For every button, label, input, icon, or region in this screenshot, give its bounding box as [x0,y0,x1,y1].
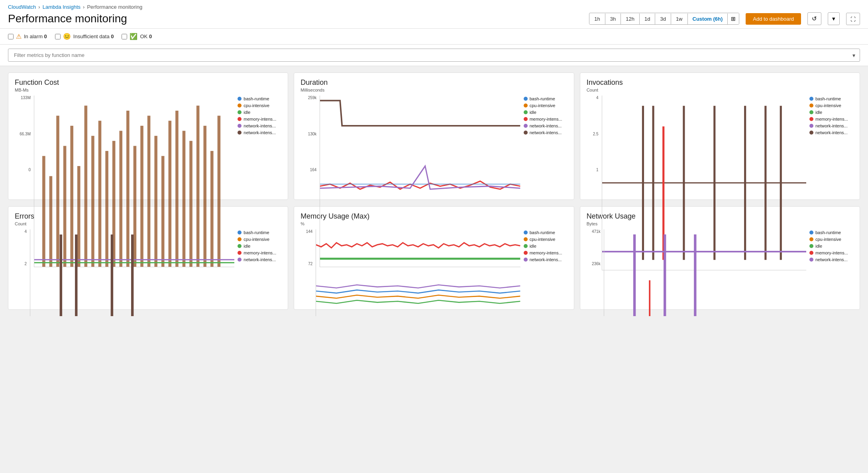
breadcrumb-cloudwatch[interactable]: CloudWatch [8,4,36,10]
time-3d[interactable]: 3d [655,14,671,24]
legend-idle: idle [238,110,281,115]
legend-network2: network-intens... [238,130,281,135]
alarm-filter-row: ⚠ In alarm 0 😐 Insufficient data 0 ✅ OK … [0,29,868,45]
legend-bash: bash-runtime [238,96,281,101]
duration-subtitle: Milliseconds [300,88,567,92]
fullscreen-button[interactable]: ⛶ [846,13,860,25]
invocations-subtitle: Count [587,88,853,92]
network-y-top: 471k [587,229,601,234]
invocations-chart: Invocations Count 4 2.5 1 [580,72,860,200]
invocations-legend: bash-runtime cpu-intensive idle memory-i… [809,96,853,179]
in-alarm-filter: ⚠ In alarm 0 [8,33,47,40]
insufficient-label: Insufficient data 0 [73,33,114,39]
errors-y-mid: 2 [15,262,27,266]
warning-icon: ⚠ [16,33,22,40]
duration-y-mid: 130k [300,132,316,136]
time-custom[interactable]: Custom (6h) [688,14,728,24]
memory-svg [316,229,520,316]
filter-bar: ▾ [0,45,868,66]
memory-y-mid: 72 [300,262,312,266]
errors-legend: bash-runtime cpu-intensive idle memory-i… [238,229,281,301]
refresh-button[interactable]: ↺ [807,12,821,25]
duration-title: Duration [300,78,567,87]
network-y-mid: 236k [587,262,601,266]
invoc-y-bot: 1 [587,168,599,172]
time-1w[interactable]: 1w [671,14,688,24]
duration-legend: bash-runtime cpu-intensive idle memory-i… [524,96,568,179]
insufficient-data-filter: 😐 Insufficient data 0 [55,33,114,40]
breadcrumb-current: Performance monitoring [87,4,142,10]
ok-filter: ✅ OK 0 [122,33,152,40]
duration-y-bot: 164 [300,168,316,172]
y-label-mid: 66.3M [15,132,31,136]
network-svg [604,229,806,316]
refresh-icon: ↺ [812,15,817,22]
filter-input[interactable] [8,49,860,62]
time-3h[interactable]: 3h [605,14,621,24]
duration-y-top: 259k [300,96,316,100]
memory-legend: bash-runtime cpu-intensive idle memory-i… [524,229,568,301]
in-alarm-checkbox[interactable] [8,34,14,39]
ok-icon: ✅ [130,33,137,40]
dropdown-button[interactable]: ▾ [828,12,840,25]
fullscreen-icon: ⛶ [850,16,856,22]
time-range-selector: 1h 3h 12h 1d 3d 1w Custom (6h) ⊞ [589,13,739,25]
in-alarm-label: In alarm 0 [24,33,47,39]
legend-cpu: cpu-intensive [238,103,281,108]
legend-memory: memory-intens... [238,117,281,121]
ok-checkbox[interactable] [122,34,127,39]
breadcrumb: CloudWatch › Lambda Insights › Performan… [8,4,860,10]
time-1h[interactable]: 1h [589,14,605,24]
add-to-dashboard-button[interactable]: Add to dashboard [746,13,801,25]
charts-grid: Function Cost MB-Ms 133M 66.3M 0 [0,66,868,206]
breadcrumb-lambda[interactable]: Lambda Insights [43,4,81,10]
insufficient-icon: 😐 [63,33,71,40]
function-cost-legend: bash-runtime cpu-intensive idle memory-i… [238,96,281,179]
memory-y-top: 144 [300,229,312,234]
page-title: Performance monitoring [8,12,583,25]
invoc-y-top: 4 [587,96,599,100]
errors-svg [30,229,234,316]
y-label-bot: 0 [15,168,31,172]
network-legend: bash-runtime cpu-intensive idle memory-i… [809,229,853,301]
invoc-y-mid: 2.5 [587,132,599,136]
chevron-down-icon: ▾ [832,15,835,22]
invocations-title: Invocations [587,78,853,87]
function-cost-chart: Function Cost MB-Ms 133M 66.3M 0 [8,72,288,200]
errors-y-top: 4 [15,229,27,234]
insufficient-checkbox[interactable] [55,34,61,39]
y-label-top: 133M [15,96,31,100]
time-1d[interactable]: 1d [640,14,655,24]
function-cost-title: Function Cost [15,78,281,87]
calendar-icon[interactable]: ⊞ [728,13,739,24]
legend-network1: network-intens... [238,123,281,128]
time-12h[interactable]: 12h [621,14,640,24]
ok-label: OK 0 [140,33,152,39]
function-cost-subtitle: MB-Ms [15,88,281,92]
duration-chart: Duration Milliseconds 259k 130k 164 [294,72,574,200]
